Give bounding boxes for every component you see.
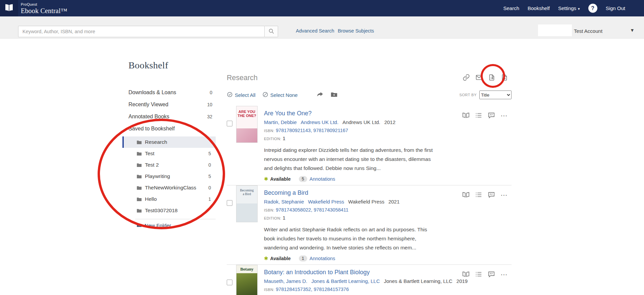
book-author-link[interactable]: Radok, Stephanie bbox=[264, 197, 304, 206]
open-book-logo-icon bbox=[3, 3, 15, 14]
quote-bubble-icon bbox=[488, 191, 495, 199]
account-chevron-icon[interactable]: ▼ bbox=[630, 27, 635, 33]
move-to-folder-button[interactable] bbox=[330, 91, 338, 99]
annotations-link[interactable]: Annotations bbox=[310, 256, 335, 261]
book-meta: Radok, Stephanie Wakefield Press Wakefie… bbox=[264, 197, 452, 206]
brand-block[interactable]: ProQuest Ebook Central™ bbox=[21, 3, 67, 14]
folder-label: TheNewWorkingClass bbox=[145, 185, 196, 191]
book-publisher-link[interactable]: Wakefield Press bbox=[308, 197, 344, 206]
top-nav-links: Search Bookshelf Settings▾ ? Sign Out bbox=[503, 4, 644, 13]
share-selection-button[interactable] bbox=[316, 91, 324, 99]
book-list: ARE YOU THE ONE? Are You the One? Martin… bbox=[227, 106, 512, 295]
search-input[interactable] bbox=[18, 26, 265, 37]
book-title-link[interactable]: Becoming a Bird bbox=[264, 189, 452, 197]
select-none-label: Select None bbox=[270, 92, 298, 98]
book-status: ✱ Available 1 Annotations bbox=[264, 255, 452, 261]
book-publisher-link[interactable]: Jones & Bartlett Learning, LLC bbox=[311, 277, 380, 286]
book-checkbox[interactable] bbox=[227, 200, 232, 206]
book-isbn-links[interactable]: 9781284157352, 9781284157376 bbox=[276, 287, 349, 292]
book-actions: ⋯ bbox=[462, 271, 508, 279]
read-online-button[interactable] bbox=[462, 112, 470, 120]
proquest-logo[interactable] bbox=[0, 0, 18, 16]
table-of-contents-button[interactable] bbox=[475, 191, 483, 199]
available-icon: ✱ bbox=[264, 255, 268, 261]
read-online-button[interactable] bbox=[462, 271, 470, 279]
book-description: Intrepid dating explorer Dizzideb tells … bbox=[264, 145, 436, 173]
export-folder-button[interactable] bbox=[488, 74, 496, 82]
more-options-button[interactable]: ⋯ bbox=[500, 112, 508, 120]
account-box[interactable] bbox=[538, 24, 572, 36]
content-header: Research bbox=[227, 71, 512, 84]
email-folder-button[interactable] bbox=[475, 74, 483, 82]
book-title-link[interactable]: Are You the One? bbox=[264, 109, 452, 118]
search-submit-button[interactable] bbox=[265, 26, 278, 37]
edition-label: EDITION: bbox=[264, 216, 281, 220]
book-isbn-links[interactable]: 9781780921143, 9781780921167 bbox=[276, 128, 348, 133]
book-cover[interactable]: Becoming a Bird bbox=[236, 185, 258, 222]
select-none-button[interactable]: Select None bbox=[262, 92, 298, 99]
account-name[interactable]: Test Account bbox=[574, 28, 602, 34]
table-of-contents-button[interactable] bbox=[475, 112, 483, 120]
forward-arrow-icon bbox=[316, 91, 324, 99]
book-checkbox[interactable] bbox=[227, 280, 232, 285]
nav-signout[interactable]: Sign Out bbox=[606, 5, 625, 11]
sidebar-item-annotated-books[interactable]: Annotated Books 32 bbox=[128, 111, 212, 123]
isbn-label: ISBN: bbox=[264, 288, 274, 292]
nav-bookshelf[interactable]: Bookshelf bbox=[528, 5, 550, 11]
folder-item-test[interactable]: Test 5 bbox=[122, 148, 216, 159]
folder-count: 0 bbox=[208, 162, 216, 168]
cover-art: Botany bbox=[236, 265, 257, 273]
cover-art bbox=[236, 203, 257, 222]
book-cover[interactable]: ARE YOU THE ONE? bbox=[236, 106, 258, 143]
select-all-button[interactable]: Select All bbox=[227, 92, 256, 99]
folder-label: Test bbox=[145, 151, 154, 157]
book-publisher-link[interactable]: Andrews UK Ltd. bbox=[301, 118, 339, 127]
folder-item-test-2[interactable]: Test 2 0 bbox=[122, 159, 216, 171]
more-options-button[interactable]: ⋯ bbox=[500, 191, 508, 199]
book-checkbox[interactable] bbox=[227, 121, 232, 126]
book-actions: ⋯ bbox=[462, 191, 508, 199]
sidebar-item-saved-to-bookshelf[interactable]: Saved to Bookshelf bbox=[128, 123, 212, 135]
sort-select[interactable]: Title bbox=[479, 91, 512, 99]
read-online-button[interactable] bbox=[462, 191, 470, 199]
book-author-link[interactable]: Mauseth, James D. bbox=[264, 277, 307, 286]
top-navbar: ProQuest Ebook Central™ Search Bookshelf… bbox=[0, 0, 644, 16]
nav-settings[interactable]: Settings▾ bbox=[558, 5, 580, 11]
cite-button[interactable] bbox=[487, 191, 495, 199]
nav-search[interactable]: Search bbox=[503, 5, 519, 11]
copy-link-button[interactable] bbox=[462, 74, 470, 82]
sidebar-item-count: 32 bbox=[207, 114, 212, 119]
annotations-link[interactable]: Annotations bbox=[310, 176, 335, 182]
folder-item-playwriting[interactable]: Playwriting 5 bbox=[122, 171, 216, 182]
book-title-link[interactable]: Botany: an Introduction to Plant Biology bbox=[264, 268, 452, 277]
folder-item-hello[interactable]: Hello 1 bbox=[122, 193, 216, 205]
cite-button[interactable] bbox=[487, 112, 495, 120]
cover-title-text: ARE YOU bbox=[236, 110, 257, 114]
book-cover[interactable]: Botany bbox=[236, 265, 258, 295]
table-of-contents-button[interactable] bbox=[475, 271, 483, 279]
cover-title-text: a Bird bbox=[236, 192, 257, 196]
more-options-button[interactable]: ⋯ bbox=[500, 271, 508, 279]
book-author-link[interactable]: Martin, Debbie bbox=[264, 118, 297, 127]
book-meta: Mauseth, James D. Jones & Bartlett Learn… bbox=[264, 277, 452, 286]
cite-button[interactable] bbox=[487, 271, 495, 279]
book-isbn-links[interactable]: 9781743058022, 9781743058411 bbox=[276, 207, 348, 213]
edition-value: 1 bbox=[283, 136, 285, 141]
download-folder-button[interactable] bbox=[500, 74, 508, 82]
help-button[interactable]: ? bbox=[588, 4, 597, 13]
browse-subjects-link[interactable]: Browse Subjects bbox=[338, 28, 374, 34]
book-publisher-text: Jones & Bartlett Learning, LLC bbox=[384, 277, 452, 286]
sidebar-item-label: Recently Viewed bbox=[128, 102, 168, 108]
folder-count: 1 bbox=[208, 196, 216, 202]
new-folder-button[interactable]: New Folder bbox=[128, 223, 222, 229]
sidebar-item-recently-viewed[interactable]: Recently Viewed 10 bbox=[128, 99, 212, 111]
folder-item-test03072018[interactable]: Test03072018 bbox=[122, 205, 216, 216]
slash-circle-icon bbox=[262, 92, 268, 99]
folder-item-thenewworkingclass[interactable]: TheNewWorkingClass 0 bbox=[122, 182, 216, 193]
sidebar-item-downloads-loans[interactable]: Downloads & Loans 0 bbox=[128, 86, 212, 99]
sort-by-label: SORT BY bbox=[460, 93, 477, 97]
advanced-search-link[interactable]: Advanced Search bbox=[296, 28, 334, 34]
book-year: 2012 bbox=[384, 118, 395, 127]
folder-item-research[interactable]: Research bbox=[122, 136, 216, 148]
sidebar-item-count: 0 bbox=[210, 90, 212, 95]
